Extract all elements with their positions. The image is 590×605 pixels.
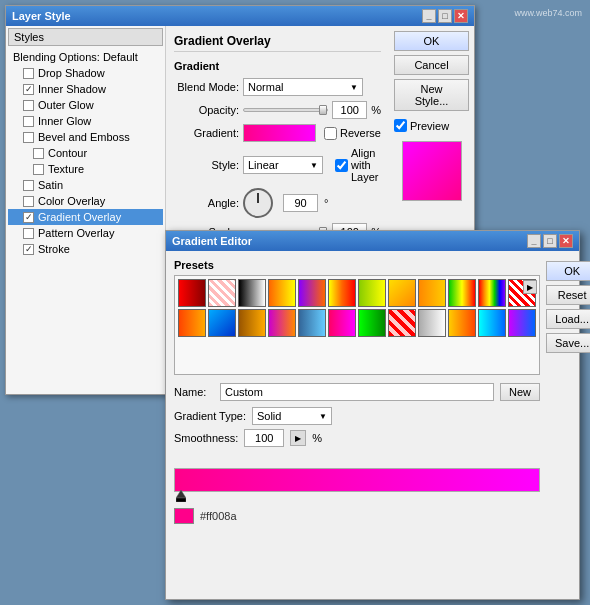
contour-checkbox[interactable] xyxy=(33,148,44,159)
preset-swatch-7[interactable] xyxy=(388,279,416,307)
ge-ok-button[interactable]: OK xyxy=(546,261,590,281)
sidebar-item-texture[interactable]: Texture xyxy=(8,161,163,177)
ge-close-btn[interactable]: ✕ xyxy=(559,234,573,248)
cancel-button[interactable]: Cancel xyxy=(394,55,469,75)
sidebar-item-contour[interactable]: Contour xyxy=(8,145,163,161)
bevel-emboss-label: Bevel and Emboss xyxy=(38,131,130,143)
angle-label: Angle: xyxy=(174,197,239,209)
preset-swatch-12[interactable] xyxy=(178,309,206,337)
style-dropdown[interactable]: Linear ▼ xyxy=(243,156,323,174)
opacity-input[interactable] xyxy=(332,101,367,119)
sidebar-item-bevel-emboss[interactable]: Bevel and Emboss xyxy=(8,129,163,145)
align-layer-checkbox[interactable] xyxy=(335,159,348,172)
ge-type-row: Gradient Type: Solid ▼ xyxy=(174,407,540,425)
preset-swatch-0[interactable] xyxy=(178,279,206,307)
gradient-editor-title: Gradient Editor xyxy=(172,235,252,247)
preset-swatch-20[interactable] xyxy=(418,309,446,337)
gradient-overlay-checkbox[interactable] xyxy=(23,212,34,223)
ge-minimize-btn[interactable]: _ xyxy=(527,234,541,248)
ge-new-button[interactable]: New xyxy=(500,383,540,401)
angle-input[interactable] xyxy=(283,194,318,212)
outer-glow-checkbox[interactable] xyxy=(23,100,34,111)
color-overlay-checkbox[interactable] xyxy=(23,196,34,207)
blending-options-label: Blending Options: Default xyxy=(13,51,138,63)
sidebar-item-satin[interactable]: Satin xyxy=(8,177,163,193)
preset-swatch-6[interactable] xyxy=(358,279,386,307)
ge-smoothness-unit: % xyxy=(312,432,322,444)
preset-swatch-15[interactable] xyxy=(268,309,296,337)
opacity-slider-track[interactable] xyxy=(243,108,328,112)
inner-glow-checkbox[interactable] xyxy=(23,116,34,127)
color-stop-swatch[interactable] xyxy=(174,508,194,524)
preset-swatch-8[interactable] xyxy=(418,279,446,307)
reverse-checkbox[interactable] xyxy=(324,127,337,140)
ge-type-dropdown[interactable]: Solid ▼ xyxy=(252,407,332,425)
blend-mode-dropdown[interactable]: Normal ▼ xyxy=(243,78,363,96)
titlebar-buttons: _ □ ✕ xyxy=(422,9,468,23)
ge-reset-button[interactable]: Reset xyxy=(546,285,590,305)
stroke-label: Stroke xyxy=(38,243,70,255)
sidebar-item-inner-glow[interactable]: Inner Glow xyxy=(8,113,163,129)
angle-dial[interactable] xyxy=(243,188,273,218)
maximize-btn[interactable]: □ xyxy=(438,9,452,23)
preset-swatch-14[interactable] xyxy=(238,309,266,337)
ge-type-label: Gradient Type: xyxy=(174,410,246,422)
ge-name-input[interactable] xyxy=(220,383,494,401)
ge-smoothness-stepper[interactable]: ▶ xyxy=(290,430,306,446)
inner-shadow-checkbox[interactable] xyxy=(23,84,34,95)
preset-swatch-4[interactable] xyxy=(298,279,326,307)
preset-swatch-21[interactable] xyxy=(448,309,476,337)
contour-label: Contour xyxy=(48,147,87,159)
presets-scroll-btn[interactable]: ▶ xyxy=(523,280,537,294)
gradient-preview-swatch[interactable] xyxy=(243,124,316,142)
sidebar-item-stroke[interactable]: Stroke xyxy=(8,241,163,257)
inner-shadow-label: Inner Shadow xyxy=(38,83,106,95)
preset-swatch-17[interactable] xyxy=(328,309,356,337)
sidebar-item-color-overlay[interactable]: Color Overlay xyxy=(8,193,163,209)
bevel-emboss-checkbox[interactable] xyxy=(23,132,34,143)
ok-button[interactable]: OK xyxy=(394,31,469,51)
texture-checkbox[interactable] xyxy=(33,164,44,175)
preset-swatch-13[interactable] xyxy=(208,309,236,337)
opacity-slider-thumb[interactable] xyxy=(319,105,327,115)
sidebar-item-blending-options[interactable]: Blending Options: Default xyxy=(8,49,163,65)
section-title: Gradient Overlay xyxy=(174,34,381,52)
satin-checkbox[interactable] xyxy=(23,180,34,191)
opacity-row: Opacity: % xyxy=(174,101,381,119)
preview-checkbox[interactable] xyxy=(394,119,407,132)
preset-swatch-22[interactable] xyxy=(478,309,506,337)
preset-swatch-3[interactable] xyxy=(268,279,296,307)
minimize-btn[interactable]: _ xyxy=(422,9,436,23)
preset-swatch-10[interactable] xyxy=(478,279,506,307)
pattern-overlay-checkbox[interactable] xyxy=(23,228,34,239)
texture-label: Texture xyxy=(48,163,84,175)
preset-swatch-5[interactable] xyxy=(328,279,356,307)
gradient-overlay-label: Gradient Overlay xyxy=(38,211,121,223)
preset-swatch-16[interactable] xyxy=(298,309,326,337)
sidebar-item-outer-glow[interactable]: Outer Glow xyxy=(8,97,163,113)
ge-load-button[interactable]: Load... xyxy=(546,309,590,329)
stroke-checkbox[interactable] xyxy=(23,244,34,255)
ge-smoothness-input[interactable] xyxy=(244,429,284,447)
color-stop-left[interactable] xyxy=(176,490,186,504)
preset-swatch-18[interactable] xyxy=(358,309,386,337)
preset-swatch-19[interactable] xyxy=(388,309,416,337)
gradient-bar[interactable] xyxy=(174,468,540,492)
sidebar-item-inner-shadow[interactable]: Inner Shadow xyxy=(8,81,163,97)
swatches-row-2 xyxy=(178,309,536,337)
sidebar-item-gradient-overlay[interactable]: Gradient Overlay xyxy=(8,209,163,225)
new-style-button[interactable]: New Style... xyxy=(394,79,469,111)
sidebar-item-pattern-overlay[interactable]: Pattern Overlay xyxy=(8,225,163,241)
preset-swatch-2[interactable] xyxy=(238,279,266,307)
sidebar-item-drop-shadow[interactable]: Drop Shadow xyxy=(8,65,163,81)
ge-smoothness-row: Smoothness: ▶ % xyxy=(174,429,540,447)
layer-style-title: Layer Style xyxy=(12,10,71,22)
preset-swatch-23[interactable] xyxy=(508,309,536,337)
preset-swatch-9[interactable] xyxy=(448,279,476,307)
close-btn[interactable]: ✕ xyxy=(454,9,468,23)
ge-save-button[interactable]: Save... xyxy=(546,333,590,353)
drop-shadow-checkbox[interactable] xyxy=(23,68,34,79)
align-layer-label: Align with Layer xyxy=(351,147,381,183)
preset-swatch-1[interactable] xyxy=(208,279,236,307)
ge-maximize-btn[interactable]: □ xyxy=(543,234,557,248)
